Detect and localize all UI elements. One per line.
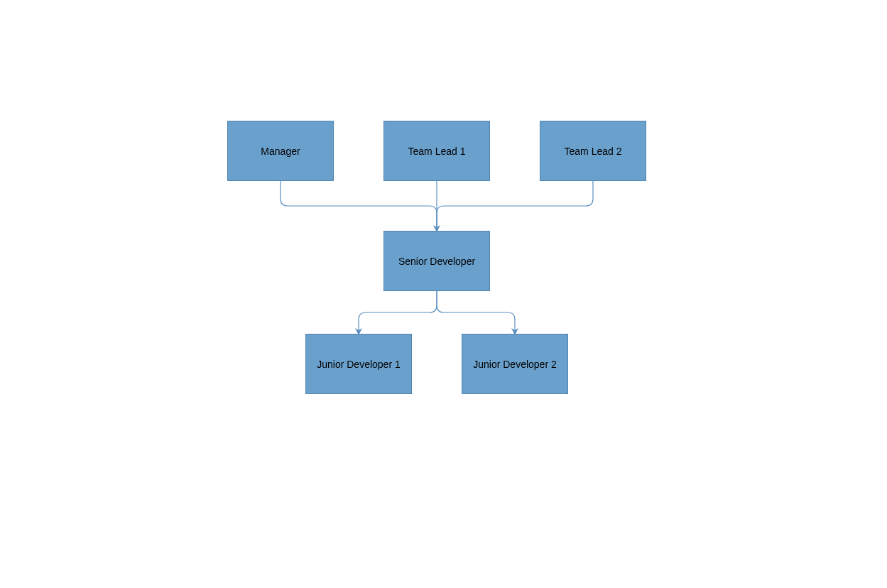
node-label: Team Lead 1 — [408, 146, 466, 157]
edge-senior-to-junior2 — [437, 291, 515, 334]
edge-senior-to-junior1 — [359, 291, 437, 334]
edge-teamlead2-to-senior — [437, 181, 593, 231]
edges-layer — [0, 0, 887, 588]
node-manager[interactable]: Manager — [227, 121, 334, 181]
edge-manager-to-senior — [281, 181, 437, 231]
node-junior1[interactable]: Junior Developer 1 — [305, 334, 412, 394]
node-label: Senior Developer — [398, 256, 475, 267]
node-label: Junior Developer 1 — [317, 359, 401, 370]
node-senior[interactable]: Senior Developer — [383, 231, 490, 291]
node-label: Junior Developer 2 — [473, 359, 557, 370]
node-teamlead2[interactable]: Team Lead 2 — [540, 121, 646, 181]
node-label: Manager — [261, 146, 300, 157]
node-junior2[interactable]: Junior Developer 2 — [462, 334, 568, 394]
diagram-canvas: Manager Team Lead 1 Team Lead 2 Senior D… — [0, 0, 887, 588]
node-teamlead1[interactable]: Team Lead 1 — [383, 121, 490, 181]
node-label: Team Lead 2 — [565, 146, 622, 157]
